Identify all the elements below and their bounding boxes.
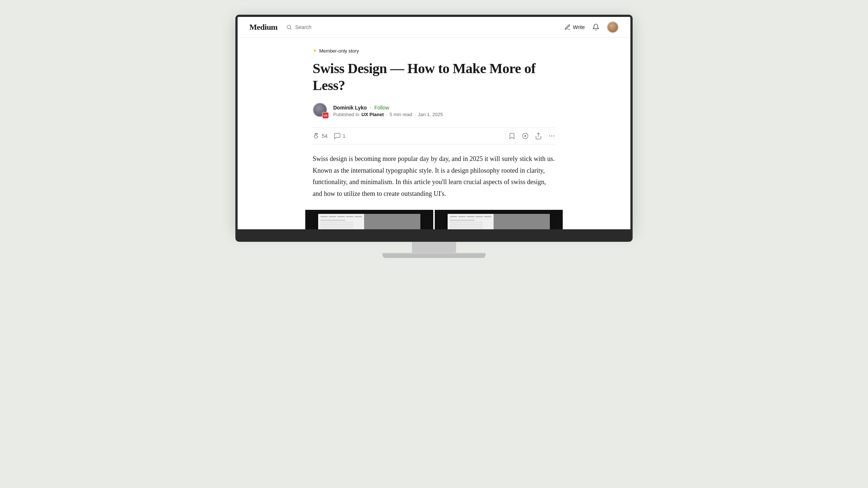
image-left-panel-right	[448, 214, 494, 229]
monitor-screen: Medium Search Write	[235, 15, 633, 232]
more-button[interactable]	[548, 132, 555, 140]
comment-icon	[334, 132, 341, 140]
nav-dot-2	[329, 216, 336, 217]
svg-point-0	[287, 25, 291, 28]
clap-icon	[313, 132, 320, 140]
clap-button[interactable]: 54	[313, 132, 328, 140]
svg-point-5	[549, 136, 550, 137]
svg-point-7	[554, 136, 555, 137]
navbar-right: Write	[564, 21, 619, 33]
image-card-left-inner	[318, 214, 420, 229]
author-publication-badge: UX	[322, 112, 329, 119]
article-title: Swiss Design — How to Make More of Less?	[313, 60, 555, 94]
star-icon: ✦	[313, 48, 317, 54]
nav-dot-5	[355, 216, 362, 217]
publication-link[interactable]: UX Planet	[362, 112, 384, 117]
play-icon	[522, 132, 529, 140]
monitor-wrapper: Medium Search Write	[235, 15, 633, 258]
image-right-panel-left-card	[364, 214, 420, 229]
author-row: UX Dominik Lyko · Follow Published in UX…	[313, 103, 555, 119]
img-text-2	[320, 222, 354, 223]
comment-button[interactable]: 1	[334, 132, 346, 140]
svg-marker-3	[524, 135, 526, 137]
member-only-label: Member-only story	[319, 48, 359, 54]
nav-dot-r2	[458, 216, 466, 217]
monitor-chin	[235, 232, 633, 242]
monitor-stand-neck	[412, 242, 456, 253]
nav-dot-r1	[450, 216, 457, 217]
img-text-r2	[450, 222, 483, 223]
nav-dot-r5	[484, 216, 491, 217]
nav-dot-r3	[467, 216, 474, 217]
navbar: Medium Search Write	[238, 17, 630, 37]
image-card-left	[305, 210, 433, 229]
author-avatar-wrapper: UX	[313, 103, 329, 119]
monitor-stand-base	[383, 253, 485, 258]
bookmark-icon	[508, 132, 516, 140]
published-in-label: Published in	[333, 112, 359, 117]
follow-button[interactable]: Follow	[374, 105, 389, 111]
meta-dot-2: ·	[415, 112, 416, 117]
article-images-row	[305, 210, 563, 229]
img-nav-row-right	[450, 216, 491, 217]
author-info: Dominik Lyko · Follow Published in UX Pl…	[333, 104, 443, 117]
img-text-r3	[450, 224, 483, 225]
image-left-panel	[318, 214, 364, 229]
share-button[interactable]	[535, 132, 542, 140]
comment-count: 1	[343, 133, 346, 139]
eye-graphic-right	[511, 228, 533, 229]
medium-logo[interactable]: Medium	[249, 22, 277, 32]
write-icon	[564, 24, 571, 30]
clap-count: 54	[322, 133, 328, 139]
more-icon	[548, 132, 555, 140]
img-text-3	[320, 224, 354, 225]
article-meta: Published in UX Planet · 5 min read · Ja…	[333, 112, 443, 117]
img-text-1	[320, 220, 345, 221]
img-text-r4	[450, 226, 483, 226]
play-button[interactable]	[522, 132, 529, 140]
img-text-r5	[450, 227, 483, 228]
author-name[interactable]: Dominik Lyko	[333, 105, 367, 111]
image-right-panel-right-card	[494, 214, 550, 229]
article-area: ✦ Member-only story Swiss Design — How t…	[238, 37, 630, 229]
img-text-4	[320, 226, 354, 226]
action-left: 54 1	[313, 132, 345, 140]
bookmark-button[interactable]	[508, 132, 516, 140]
member-only-badge: ✦ Member-only story	[313, 48, 555, 54]
nav-dot-4	[346, 216, 353, 217]
write-label: Write	[573, 24, 585, 30]
article-body: Swiss design is becoming more popular da…	[313, 153, 555, 200]
nav-dot-r4	[476, 216, 483, 217]
avatar-image	[608, 22, 618, 32]
action-bar: 54 1	[313, 128, 555, 144]
separator-dot: ·	[370, 104, 371, 111]
nav-dot-1	[320, 216, 328, 217]
image-card-right-inner	[448, 214, 550, 229]
svg-line-1	[290, 28, 292, 30]
search-label: Search	[295, 24, 311, 30]
action-right	[508, 132, 555, 140]
meta-dot-1: ·	[386, 112, 388, 117]
eye-graphic-left	[381, 228, 403, 229]
author-name-row: Dominik Lyko · Follow	[333, 104, 443, 111]
write-button[interactable]: Write	[564, 24, 585, 30]
nav-dot-3	[337, 216, 345, 217]
svg-point-6	[551, 136, 552, 137]
share-icon	[535, 132, 542, 140]
img-text-r1	[450, 220, 475, 221]
read-time: 5 min read	[389, 112, 412, 117]
image-card-right	[435, 210, 563, 229]
bell-icon[interactable]	[592, 24, 600, 31]
img-text-5	[320, 227, 354, 228]
publish-date: Jan 1, 2025	[418, 112, 443, 117]
article-inner: ✦ Member-only story Swiss Design — How t…	[305, 37, 563, 229]
search-icon	[286, 24, 292, 30]
avatar[interactable]	[607, 21, 619, 33]
search-bar[interactable]: Search	[286, 24, 311, 30]
img-nav-row	[320, 216, 362, 217]
